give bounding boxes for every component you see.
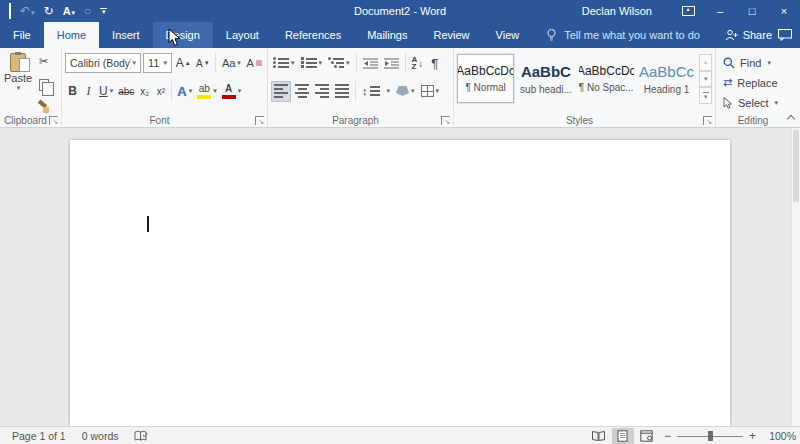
- proofing-book-icon: [134, 430, 148, 442]
- bullets-button[interactable]: ▾: [271, 53, 297, 74]
- style-no-spacing[interactable]: AaBbCcDc ¶ No Spac...: [578, 54, 635, 103]
- web-layout-button[interactable]: [636, 428, 658, 444]
- change-case-button[interactable]: Aa▾: [220, 53, 242, 74]
- tab-insert[interactable]: Insert: [99, 22, 153, 48]
- print-layout-button[interactable]: [612, 428, 634, 444]
- eraser-icon: [256, 60, 262, 66]
- tab-layout[interactable]: Layout: [213, 22, 272, 48]
- close-button[interactable]: ×: [768, 0, 800, 22]
- text-effects-button[interactable]: A▾: [175, 81, 194, 102]
- tab-mailings[interactable]: Mailings: [354, 22, 420, 48]
- tab-design[interactable]: Design: [153, 22, 213, 48]
- bullet-list-icon: [273, 58, 289, 68]
- styles-scroll-down-icon[interactable]: ▼: [699, 71, 712, 88]
- select-button[interactable]: Select ▾: [719, 94, 787, 111]
- align-left-button[interactable]: [271, 81, 291, 102]
- zoom-in-button[interactable]: +: [749, 429, 756, 443]
- find-button[interactable]: Find ▾: [719, 54, 787, 71]
- decrease-indent-button[interactable]: [361, 53, 380, 74]
- copy-button[interactable]: [36, 74, 51, 95]
- minimize-button[interactable]: –: [704, 0, 736, 22]
- font-name-combo[interactable]: Calibri (Body)▾: [65, 53, 141, 73]
- style-normal[interactable]: AaBbCcDc ¶ Normal: [457, 54, 514, 103]
- web-layout-icon: [640, 430, 653, 442]
- line-spacing-button[interactable]: ↕ ▾: [360, 81, 392, 102]
- paste-dropdown-arrow-icon[interactable]: ▾: [17, 84, 21, 92]
- line-spacing-lines-icon: [370, 86, 384, 96]
- font-size-combo[interactable]: 11▾: [143, 53, 172, 73]
- text-highlight-button[interactable]: ab▾: [195, 81, 219, 102]
- underline-button[interactable]: U▾: [97, 81, 115, 102]
- tab-view[interactable]: View: [483, 22, 533, 48]
- tab-review[interactable]: Review: [421, 22, 483, 48]
- save-icon[interactable]: [9, 5, 11, 17]
- shading-button[interactable]: ▾: [394, 81, 417, 102]
- group-label-font: Font: [62, 115, 257, 126]
- select-label: Select: [738, 97, 769, 109]
- zoom-slider[interactable]: [677, 430, 743, 442]
- justify-button[interactable]: [333, 81, 351, 102]
- customize-qat-icon[interactable]: ▾: [100, 8, 107, 14]
- borders-button[interactable]: ▾: [419, 81, 442, 102]
- find-label: Find: [740, 57, 761, 69]
- redo-icon[interactable]: ↻: [44, 5, 54, 17]
- scissors-icon: ✂: [39, 55, 48, 68]
- share-button[interactable]: Share: [725, 29, 772, 41]
- document-area: [0, 128, 800, 426]
- zoom-slider-thumb[interactable]: [708, 431, 713, 441]
- font-dialog-launcher-icon[interactable]: ↘: [255, 116, 264, 125]
- undo-icon[interactable]: ↶▾: [20, 5, 35, 17]
- comment-icon[interactable]: [778, 29, 792, 41]
- numbering-button[interactable]: ▾: [299, 53, 325, 74]
- show-hide-pilcrow-button[interactable]: ¶: [427, 53, 442, 74]
- group-paragraph: ▾ ▾ ▾ AZ ↓ ¶ ↕: [268, 48, 454, 127]
- proofing-status[interactable]: [126, 427, 156, 444]
- pen-style-icon[interactable]: A▾: [63, 5, 75, 17]
- maximize-button[interactable]: □: [736, 0, 768, 22]
- tab-file[interactable]: File: [0, 22, 44, 48]
- ribbon: Paste ▾ ✂ Clipboard ↘ Calibri (Body)▾ 11…: [0, 48, 800, 128]
- clipboard-dialog-launcher-icon[interactable]: ↘: [49, 116, 58, 125]
- tab-references[interactable]: References: [272, 22, 354, 48]
- paragraph-dialog-launcher-icon[interactable]: ↘: [441, 116, 450, 125]
- superscript-button[interactable]: x²: [153, 81, 168, 102]
- tell-me-label: Tell me what you want to do: [564, 29, 700, 41]
- clear-formatting-button[interactable]: A: [244, 53, 264, 74]
- zoom-out-button[interactable]: −: [664, 429, 671, 443]
- ribbon-display-options-icon[interactable]: ▴: [672, 0, 704, 22]
- styles-scroll-up-icon[interactable]: ▲: [699, 54, 712, 71]
- sort-button[interactable]: AZ ↓: [410, 53, 426, 74]
- zoom-level[interactable]: 100%: [762, 430, 796, 442]
- page-indicator[interactable]: Page 1 of 1: [4, 427, 74, 444]
- styles-gallery-more-icon[interactable]: ▼: [699, 87, 712, 104]
- bold-button[interactable]: B: [65, 81, 80, 102]
- align-center-button[interactable]: [293, 81, 311, 102]
- italic-button[interactable]: I: [81, 81, 96, 102]
- strikethrough-button[interactable]: abc: [116, 81, 136, 102]
- read-mode-button[interactable]: [588, 428, 610, 444]
- styles-dialog-launcher-icon[interactable]: ↘: [703, 116, 712, 125]
- tell-me-box[interactable]: Tell me what you want to do: [546, 22, 700, 48]
- group-label-styles: Styles: [454, 115, 705, 126]
- align-right-button[interactable]: [313, 81, 331, 102]
- scrollbar-thumb[interactable]: [793, 130, 799, 202]
- search-icon: [723, 57, 735, 69]
- document-page[interactable]: [70, 140, 730, 426]
- font-color-button[interactable]: A▾: [220, 81, 244, 102]
- subscript-button[interactable]: x₂: [137, 81, 152, 102]
- vertical-scrollbar[interactable]: [791, 128, 800, 426]
- read-mode-icon: [592, 431, 605, 441]
- group-styles: AaBbCcDc ¶ Normal AaBbC sub headi... AaB…: [454, 48, 716, 127]
- multilevel-list-button[interactable]: ▾: [326, 53, 352, 74]
- tab-home[interactable]: Home: [44, 22, 99, 48]
- cut-button[interactable]: ✂: [36, 51, 51, 72]
- style-heading-1[interactable]: AaBbCc Heading 1: [638, 54, 695, 103]
- increase-indent-button[interactable]: [382, 53, 401, 74]
- paste-button[interactable]: Paste ▾: [3, 51, 33, 118]
- grow-font-button[interactable]: A▲: [174, 53, 192, 74]
- user-name[interactable]: Declan Wilson: [582, 5, 652, 17]
- style-sub-heading[interactable]: AaBbC sub headi...: [517, 54, 574, 103]
- shrink-font-button[interactable]: A▼: [194, 53, 211, 74]
- word-count[interactable]: 0 words: [74, 427, 127, 444]
- replace-button[interactable]: ⇄ Replace: [719, 74, 787, 91]
